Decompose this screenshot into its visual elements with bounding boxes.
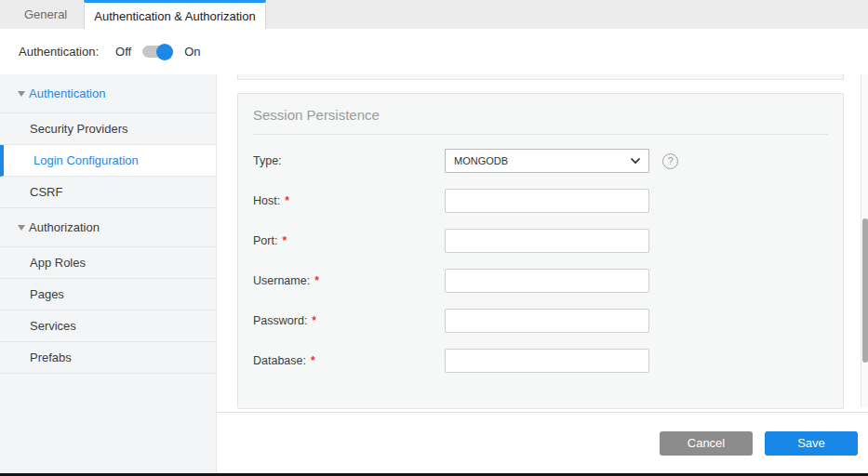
host-label: Host:* xyxy=(253,194,445,207)
password-label: Password:* xyxy=(253,314,445,327)
required-asterisk: * xyxy=(312,314,316,327)
type-select[interactable]: MONGODB xyxy=(445,149,649,173)
username-label: Username:* xyxy=(253,274,445,287)
required-asterisk: * xyxy=(314,274,319,287)
database-input[interactable] xyxy=(445,349,649,373)
session-persistence-card: Session Persistence Type: MONGODB ? Host… xyxy=(237,93,844,409)
tab-bar: General Authentication & Authorization xyxy=(0,0,868,29)
required-asterisk: * xyxy=(282,234,287,247)
toggle-off-label: Off xyxy=(115,45,131,59)
username-input[interactable] xyxy=(445,269,649,293)
sidebar-group-authentication[interactable]: Authentication xyxy=(0,74,216,113)
form-row-database: Database:* xyxy=(253,349,828,373)
content-panel: Session Persistence Type: MONGODB ? Host… xyxy=(217,74,868,473)
required-asterisk: * xyxy=(311,354,315,367)
type-select-value: MONGODB xyxy=(454,155,508,166)
scrollbar-thumb[interactable] xyxy=(862,218,868,363)
sidebar-group-authorization[interactable]: Authorization xyxy=(0,208,216,247)
question-circle-icon[interactable]: ? xyxy=(662,153,678,169)
host-input[interactable] xyxy=(445,189,649,213)
chevron-down-icon xyxy=(631,158,640,165)
form-row-username: Username:* xyxy=(253,269,828,293)
authentication-header: Authentication: Off On xyxy=(0,29,868,74)
tab-authentication-authorization[interactable]: Authentication & Authorization xyxy=(84,0,265,29)
settings-sidebar: Authentication Security Providers Login … xyxy=(0,74,217,473)
form-row-host: Host:* xyxy=(253,189,828,213)
authentication-label: Authentication: xyxy=(19,45,99,59)
sidebar-item-login-configuration[interactable]: Login Configuration xyxy=(0,145,216,177)
sidebar-item-app-roles[interactable]: App Roles xyxy=(0,247,216,279)
sidebar-item-prefabs[interactable]: Prefabs xyxy=(0,342,216,374)
sidebar-item-services[interactable]: Services xyxy=(0,311,216,342)
section-title: Session Persistence xyxy=(253,107,828,123)
triangle-down-icon xyxy=(18,225,25,231)
triangle-down-icon xyxy=(18,91,25,97)
form-row-type: Type: MONGODB ? xyxy=(253,149,828,173)
authentication-toggle[interactable] xyxy=(142,44,173,60)
toggle-on-label: On xyxy=(184,45,200,59)
port-label: Port:* xyxy=(253,234,445,247)
vertical-scrollbar[interactable] xyxy=(861,74,868,407)
database-label: Database:* xyxy=(253,354,445,367)
cancel-button[interactable]: Cancel xyxy=(660,431,753,456)
sidebar-item-security-providers[interactable]: Security Providers xyxy=(0,113,216,145)
section-divider xyxy=(253,134,828,135)
previous-card-bottom-edge xyxy=(237,74,844,80)
form-row-port: Port:* xyxy=(253,229,828,253)
sidebar-group-label: Authentication xyxy=(29,86,105,100)
save-button[interactable]: Save xyxy=(765,431,858,456)
tab-general[interactable]: General xyxy=(7,0,84,29)
port-input[interactable] xyxy=(445,229,649,253)
sidebar-item-csrf[interactable]: CSRF xyxy=(0,177,216,208)
required-asterisk: * xyxy=(285,194,289,207)
type-label: Type: xyxy=(253,154,445,167)
form-footer: Cancel Save xyxy=(217,412,868,473)
sidebar-group-label: Authorization xyxy=(29,220,100,234)
sidebar-item-pages[interactable]: Pages xyxy=(0,279,216,311)
password-input[interactable] xyxy=(445,309,649,333)
main-area: Authentication Security Providers Login … xyxy=(0,74,868,473)
form-row-password: Password:* xyxy=(253,309,828,333)
toggle-thumb xyxy=(156,44,173,60)
